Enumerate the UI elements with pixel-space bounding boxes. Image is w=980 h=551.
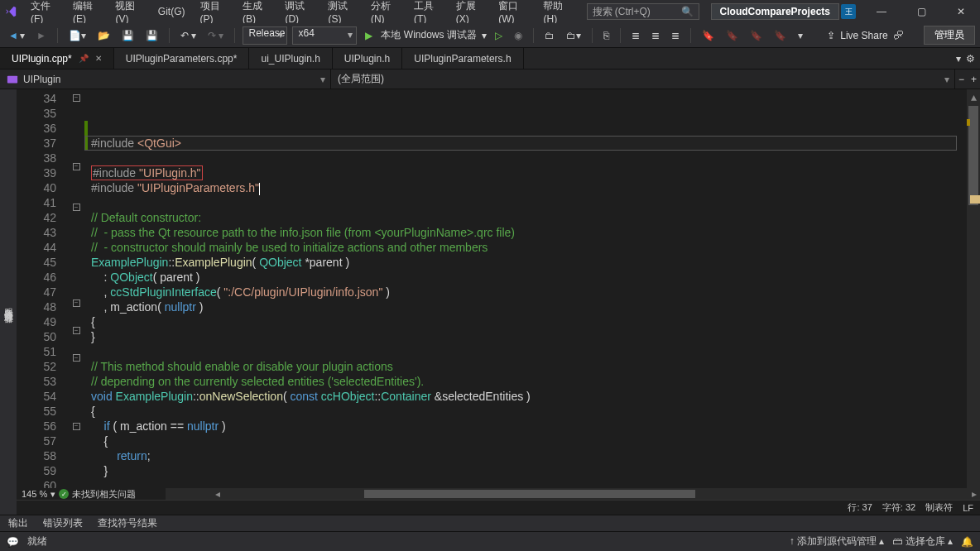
tb-icon-indent3[interactable]: ≣: [668, 28, 683, 43]
output-tab-output[interactable]: 输出: [8, 516, 28, 530]
split-minus-icon[interactable]: −: [958, 74, 964, 85]
tb-icon-bm1[interactable]: 🔖: [699, 28, 718, 43]
tb-icon-bm5[interactable]: ▾: [795, 28, 806, 43]
tab-label: UIPluginParameters.cpp*: [126, 53, 238, 65]
start-debug-button[interactable]: ▶: [362, 28, 376, 43]
tb-icon-bm3[interactable]: 🔖: [747, 28, 766, 43]
menu-git[interactable]: Git(G): [151, 2, 192, 21]
scroll-up-icon[interactable]: ▴: [967, 89, 980, 104]
start-nodebug-button[interactable]: ▷: [492, 28, 506, 43]
pin-icon[interactable]: 📌: [79, 54, 89, 63]
tb-icon-folder[interactable]: 🗀: [541, 28, 558, 43]
cpp-project-icon: [7, 74, 18, 85]
close-button[interactable]: ✕: [947, 0, 975, 23]
tb-extra-1[interactable]: ◉: [511, 28, 526, 43]
solution-name[interactable]: CloudCompareProjects: [711, 3, 839, 20]
open-button[interactable]: 📂: [94, 28, 113, 43]
undo-button[interactable]: ↶ ▾: [177, 28, 199, 43]
tab-label: UIPlugin.cpp*: [12, 53, 72, 65]
nav-back-button[interactable]: ◄ ▾: [5, 28, 28, 43]
document-tab[interactable]: ui_UIPlugin.h: [249, 48, 332, 69]
horizontal-scrollbar[interactable]: ◂ ▸: [166, 488, 980, 500]
tb-icon-folder2[interactable]: 🗀▾: [563, 28, 584, 43]
status-bar: 💬 就绪 ↑ 添加到源代码管理 ▴ 🗃 选择仓库 ▴ 🔔: [0, 531, 980, 551]
redo-button[interactable]: ↷ ▾: [204, 28, 227, 43]
hscroll-left-icon[interactable]: ◂: [212, 488, 223, 500]
zoom-level[interactable]: 145 %: [22, 489, 47, 499]
vs-logo-icon: [5, 4, 17, 19]
issues-label[interactable]: 未找到相关问题: [72, 488, 136, 501]
config-select[interactable]: Release: [243, 26, 287, 45]
tab-label: UIPluginParameters.h: [414, 53, 511, 65]
document-tab[interactable]: UIPlugin.cpp*📌✕: [0, 48, 114, 69]
tb-icon-a[interactable]: ⎘: [600, 28, 612, 43]
nav-fwd-button[interactable]: ►: [33, 28, 50, 43]
tb-icon-bm4[interactable]: 🔖: [771, 28, 790, 43]
tab-settings-icon[interactable]: ⚙: [966, 53, 975, 65]
debugger-label[interactable]: 本地 Windows 调试器: [381, 28, 476, 42]
liveshare-button[interactable]: Live Share: [840, 30, 887, 41]
status-char[interactable]: 字符: 32: [882, 501, 915, 514]
document-tabs: UIPlugin.cpp*📌✕UIPluginParameters.cpp*ui…: [0, 48, 980, 69]
code-editor[interactable]: 3435363738394041424344454647484950515253…: [17, 89, 980, 488]
status-eol[interactable]: LF: [963, 503, 973, 513]
tb-icon-bm2[interactable]: 🔖: [723, 28, 742, 43]
minimize-button[interactable]: —: [867, 0, 896, 23]
tab-label: UIPlugin.h: [344, 53, 390, 65]
save-button[interactable]: 💾: [118, 28, 137, 43]
sidebar-tab-git[interactable]: GT 更改: [0, 290, 1, 319]
source-control-button[interactable]: ↑ 添加到源代码管理 ▴: [790, 534, 885, 549]
search-input[interactable]: 搜索 (Ctrl+Q)🔍: [587, 3, 699, 20]
tb-icon-indent2[interactable]: ≣: [648, 28, 663, 43]
tab-label: ui_UIPlugin.h: [261, 53, 319, 65]
output-tab-findsym[interactable]: 查找符号结果: [98, 516, 157, 530]
svg-rect-0: [7, 75, 17, 83]
status-ready-icon: 💬: [7, 536, 19, 548]
main-toolbar: ◄ ▾ ► 📄▾ 📂 💾 💾 ↶ ▾ ↷ ▾ Release x64 ▶ 本地 …: [0, 23, 980, 48]
search-placeholder: 搜索 (Ctrl+Q): [593, 5, 651, 19]
maximize-button[interactable]: ▢: [907, 0, 935, 23]
output-tab-errors[interactable]: 错误列表: [43, 516, 83, 530]
vertical-scrollbar[interactable]: ▴: [967, 89, 980, 488]
tb-icon-indent1[interactable]: ≣: [628, 28, 643, 43]
tab-dropdown-icon[interactable]: ▾: [956, 53, 961, 65]
document-tab[interactable]: UIPluginParameters.h: [402, 48, 523, 69]
status-ok-icon: ✓: [59, 489, 69, 499]
overview-marker: [970, 195, 980, 204]
context-scope-select[interactable]: (全局范围): [331, 69, 955, 89]
context-bar: UIPlugin (全局范围) − +: [0, 69, 980, 89]
feedback-icon[interactable]: 🗪: [893, 30, 903, 41]
output-panel-tabs: 输出 错误列表 查找符号结果: [0, 515, 980, 531]
notifications-icon[interactable]: 🔔: [961, 536, 973, 548]
sidebar-tab-server[interactable]: 服务器资源管理器: [1, 296, 17, 313]
status-ready: 就绪: [27, 534, 47, 549]
left-sidebar: 服务器资源管理器 GT 更改 资源管理器: [0, 89, 17, 515]
hscroll-right-icon[interactable]: ▸: [968, 488, 980, 500]
user-badge[interactable]: 王: [841, 4, 856, 19]
search-icon: 🔍: [681, 6, 694, 17]
context-project-select[interactable]: UIPlugin: [0, 69, 331, 89]
close-icon[interactable]: ✕: [95, 54, 102, 63]
title-bar: 文件(F) 编辑(E) 视图(V) Git(G) 项目(P) 生成(B) 调试(…: [0, 0, 980, 23]
admin-badge: 管理员: [924, 26, 975, 45]
document-tab[interactable]: UIPluginParameters.cpp*: [114, 48, 250, 69]
new-item-button[interactable]: 📄▾: [65, 28, 89, 43]
liveshare-icon: ⇪: [827, 30, 835, 41]
editor-status-bar: 行: 37 字符: 32 制表符 LF: [17, 500, 980, 515]
status-line[interactable]: 行: 37: [848, 501, 872, 514]
platform-select[interactable]: x64: [292, 26, 357, 45]
save-all-button[interactable]: 💾: [142, 28, 161, 43]
split-plus-icon[interactable]: +: [971, 74, 977, 85]
document-tab[interactable]: UIPlugin.h: [333, 48, 402, 69]
status-tabs[interactable]: 制表符: [925, 501, 953, 514]
repo-select-button[interactable]: 🗃 选择仓库 ▴: [892, 534, 953, 549]
hscroll-thumb[interactable]: [364, 490, 695, 498]
